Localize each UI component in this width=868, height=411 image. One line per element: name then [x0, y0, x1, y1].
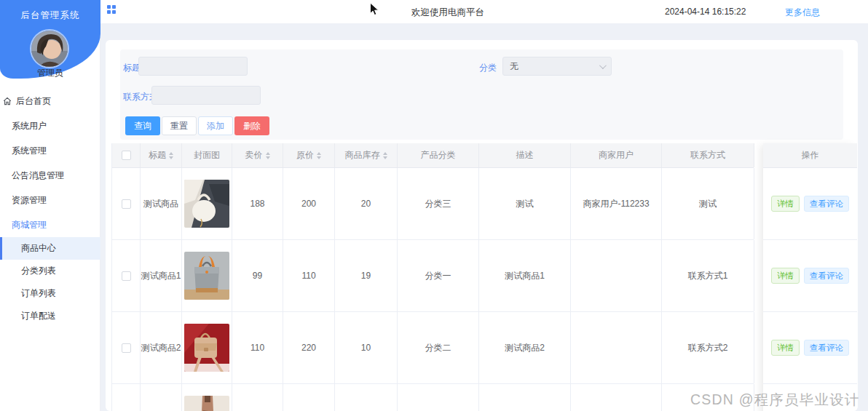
sidebar-item-product-center[interactable]: 商品中心 [0, 237, 100, 260]
cell-sell-price: 99 [232, 240, 283, 311]
contact-search-input[interactable] [151, 86, 261, 105]
operations-column: 操作 详情 查看评论 详情 查看评论 详情 查看评论 [763, 143, 857, 411]
column-header-merchant: 商家用户 [571, 143, 662, 167]
app-title: 后台管理系统 [0, 9, 100, 22]
sidebar-item-label: 订单配送 [21, 310, 56, 322]
column-header-category: 产品分类 [398, 143, 479, 167]
sidebar-item-mall-management[interactable]: 商城管理 [0, 212, 100, 237]
topbar: 欢迎使用电商平台 2024-04-14 16:15:22 更多信息 [100, 0, 868, 23]
cell-stock: 10 [335, 312, 398, 383]
sidebar: 后台管理系统 管理员 后台首页 系统用户 系统管 [0, 0, 100, 411]
cell-title: 测试商品1 [141, 240, 182, 311]
cell-category: 分类二 [398, 312, 479, 383]
sidebar-item-label: 商城管理 [12, 219, 47, 231]
cell-original-price [283, 384, 335, 411]
cell-title [141, 384, 182, 411]
column-header-operations: 操作 [763, 143, 857, 168]
avatar[interactable] [31, 31, 68, 67]
welcome-title: 欢迎使用电商平台 [411, 7, 484, 19]
detail-button[interactable]: 详情 [771, 340, 800, 356]
view-comments-button[interactable]: 查看评论 [804, 268, 849, 284]
table-row: 测试商品2 [112, 312, 754, 384]
sidebar-item-label: 商品中心 [21, 242, 56, 255]
category-select[interactable]: 无 [502, 57, 612, 76]
cell-sell-price: 110 [232, 312, 283, 383]
cell-title: 测试商品2 [141, 312, 182, 383]
table-row: 测试商品 188 200 [112, 168, 754, 240]
column-header-title[interactable]: 标题 [141, 143, 182, 167]
sidebar-item-announcement-management[interactable]: 公告消息管理 [0, 163, 100, 188]
cell-merchant [571, 240, 662, 311]
sidebar-item-system-users[interactable]: 系统用户 [0, 113, 100, 138]
column-header-sell-price[interactable]: 卖价 [232, 143, 283, 167]
menu-grid-icon[interactable] [107, 5, 116, 14]
sort-icon[interactable] [383, 152, 387, 159]
datetime-display: 2024-04-14 16:15:22 [665, 7, 746, 17]
detail-button[interactable]: 详情 [771, 196, 800, 212]
query-button[interactable]: 查询 [125, 116, 160, 135]
sort-icon[interactable] [169, 152, 173, 159]
cell-title: 测试商品 [141, 168, 182, 239]
category-field-label: 分类 [479, 62, 497, 74]
table-row: 测试商品1 [112, 240, 754, 312]
sidebar-item-label: 系统用户 [12, 120, 47, 132]
row-checkbox[interactable] [122, 199, 131, 209]
product-cover-image[interactable] [184, 180, 229, 228]
cell-category: 分类三 [398, 168, 479, 239]
product-cover-image[interactable] [184, 324, 229, 372]
cell-stock [335, 384, 398, 411]
sidebar-item-label: 分类列表 [21, 265, 56, 277]
cell-contact: 测试 [662, 168, 754, 239]
view-comments-button[interactable]: 查看评论 [804, 340, 849, 356]
content-card: 标题 分类 无 联系方式 查询 重置 添加 删除 标题 [106, 40, 858, 411]
cell-description: 测试商品2 [479, 312, 571, 383]
add-button[interactable]: 添加 [198, 116, 233, 135]
column-header-stock[interactable]: 商品库存 [335, 143, 398, 167]
product-cover-image[interactable] [184, 252, 229, 300]
row-actions: 详情 查看评论 [763, 168, 857, 240]
sidebar-item-resource-management[interactable]: 资源管理 [0, 188, 100, 212]
more-info-link[interactable]: 更多信息 [785, 7, 820, 19]
cell-description: 测试 [479, 168, 571, 239]
cell-category [398, 384, 479, 411]
home-icon [3, 97, 12, 105]
search-form: 标题 分类 无 联系方式 查询 重置 添加 删除 [120, 49, 843, 140]
view-comments-button[interactable]: 查看评论 [804, 196, 849, 212]
products-table: 标题 封面图 卖价 原价 商品库存 [111, 143, 754, 411]
select-all-checkbox[interactable] [122, 151, 131, 160]
sidebar-item-label: 订单列表 [21, 287, 56, 300]
avatar-portrait-image [31, 31, 68, 67]
column-header-cover: 封面图 [182, 143, 232, 167]
cell-description: 测试商品1 [479, 240, 571, 311]
reset-button[interactable]: 重置 [162, 116, 197, 135]
cell-original-price: 200 [283, 168, 335, 239]
sidebar-item-order-list[interactable]: 订单列表 [0, 282, 100, 305]
product-cover-image[interactable] [184, 396, 229, 411]
cell-merchant [571, 384, 662, 411]
sidebar-item-label: 后台首页 [16, 95, 51, 108]
cell-merchant [571, 312, 662, 383]
sort-icon[interactable] [317, 152, 321, 159]
sidebar-item-dashboard[interactable]: 后台首页 [0, 89, 100, 113]
sidebar-item-category-list[interactable]: 分类列表 [0, 260, 100, 282]
sidebar-item-system-management[interactable]: 系统管理 [0, 138, 100, 163]
app-window: 后台管理系统 管理员 后台首页 系统用户 系统管 [0, 0, 868, 411]
cell-original-price: 220 [283, 312, 335, 383]
cell-sell-price: 188 [232, 168, 283, 239]
chevron-down-icon [599, 62, 607, 69]
title-search-input[interactable] [138, 57, 248, 76]
cell-category: 分类一 [398, 240, 479, 311]
row-checkbox[interactable] [122, 343, 131, 353]
column-header-original-price[interactable]: 原价 [283, 143, 335, 167]
detail-button[interactable]: 详情 [771, 268, 800, 284]
sidebar-item-label: 资源管理 [12, 194, 47, 207]
csdn-watermark: CSDN @程序员毕业设计 [690, 390, 860, 410]
sort-icon[interactable] [266, 152, 270, 159]
sidebar-item-order-delivery[interactable]: 订单配送 [0, 305, 100, 327]
sidebar-item-label: 系统管理 [12, 145, 47, 157]
cell-sell-price [232, 384, 283, 411]
row-checkbox[interactable] [122, 271, 131, 281]
delete-button[interactable]: 删除 [234, 116, 269, 135]
admin-role-label: 管理员 [0, 67, 100, 79]
cell-description [479, 384, 571, 411]
